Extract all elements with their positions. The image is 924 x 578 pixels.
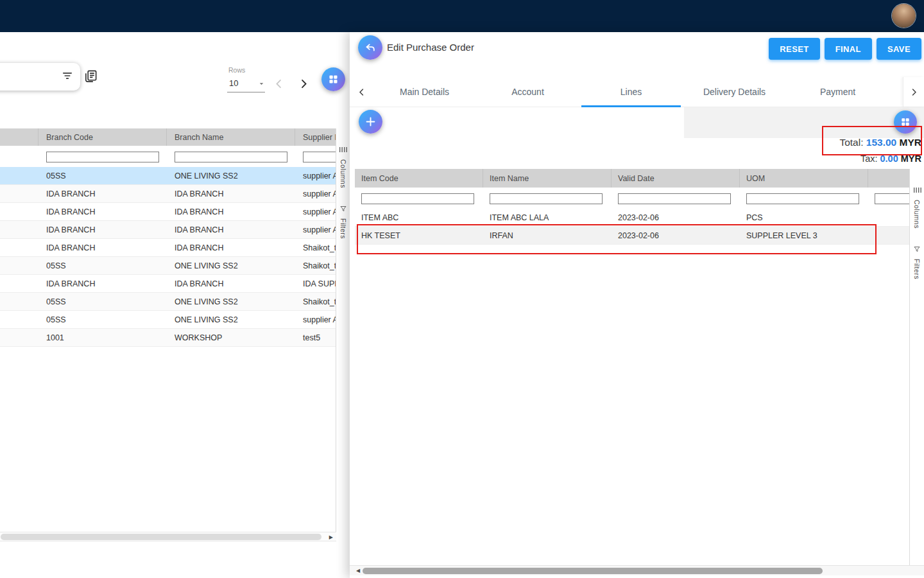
cell-supplier: supplier A [295,207,336,216]
filter-cell [295,150,336,162]
user-avatar[interactable] [892,4,916,28]
branch-table-header: Branch Code Branch Name Supplier I [0,128,336,146]
header-cell-valid-date[interactable]: Valid Date [612,169,740,188]
rows-per-page-select[interactable]: 10 [227,75,265,92]
filter-cell [740,192,868,204]
branch-table-row[interactable]: 05SSONE LIVING SS2supplier A [0,311,336,329]
cell-branch_code: IDA BRANCH [38,279,167,288]
branch-table-row[interactable]: 05SSONE LIVING SS2supplier A [0,167,336,185]
header-cell-extra [868,169,910,188]
header-cell-item-name[interactable]: Item Name [483,169,612,188]
uom-filter-input[interactable] [746,193,859,204]
filter-funnel-icon [339,204,347,215]
tabs-scroll-right-icon[interactable] [903,77,924,107]
add-line-button[interactable] [359,110,382,134]
cell-branch_code: 1001 [38,333,167,342]
cell-branch_code: IDA BRANCH [38,225,167,234]
item-name-filter-input[interactable] [490,193,603,204]
tab-account[interactable]: Account [476,77,579,107]
cell-supplier: test5 [295,333,336,342]
scrollbar-thumb[interactable] [1,534,321,540]
tabs-bar: Main Details Account Lines Delivery Deta… [350,77,924,107]
branch-name-filter-input[interactable] [175,152,287,162]
total-currency: MYR [900,137,921,148]
branch-table-row[interactable]: IDA BRANCHIDA BRANCHIDA SUPP [0,275,336,293]
columns-toggle[interactable]: Columns [339,144,347,188]
filter-cell [868,192,910,204]
previous-page-icon[interactable] [272,77,286,91]
back-button[interactable] [358,35,382,60]
branch-table-row[interactable]: IDA BRANCHIDA BRANCHsupplier A [0,203,336,221]
cell-uom: SUPPLER LEVEL 3 [740,231,868,240]
extra-filter-input[interactable] [875,193,910,204]
cell-supplier: supplier A [295,315,336,324]
scrollbar-thumb[interactable] [363,568,823,574]
header-cell-branch-code[interactable]: Branch Code [38,128,167,146]
branch-table-row[interactable]: 1001WORKSHOPtest5 [0,329,336,347]
item-table-row[interactable]: ITEM ABCITEM ABC LALA2023-02-06PCS [355,209,910,227]
tax-label: Tax: [860,153,878,164]
tab-payment[interactable]: Payment [786,77,889,107]
search-filter-card[interactable] [0,63,80,91]
header-cell-branch-name[interactable]: Branch Name [167,128,295,146]
filter-list-icon[interactable] [61,69,74,82]
branch-code-filter-input[interactable] [46,152,159,162]
cell-branch_code: 05SS [38,315,167,324]
header-cell-uom[interactable]: UOM [740,169,868,188]
items-filter-row [355,188,910,209]
cell-branch_name: IDA BRANCH [167,279,295,288]
tabs: Main Details Account Lines Delivery Deta… [373,77,903,107]
filter-cell [612,192,740,204]
scroll-right-arrow-icon[interactable]: ▶ [329,534,333,540]
tabs-scroll-left-icon[interactable] [350,77,373,107]
top-navbar [0,0,924,32]
columns-icon [913,185,921,197]
cell-supplier: IDA SUPP [295,279,336,288]
branch-table-row[interactable]: IDA BRANCHIDA BRANCHShaikot_te [0,239,336,257]
valid-date-filter-input[interactable] [618,193,731,204]
next-page-icon[interactable] [297,77,311,91]
copy-pages-icon[interactable] [83,69,100,85]
filters-toggle[interactable]: Filters [913,244,921,279]
scroll-left-arrow-icon[interactable]: ◀ [356,568,360,574]
columns-icon [339,144,347,156]
filter-cell [167,150,295,162]
cell-branch_name: WORKSHOP [167,333,295,342]
grid-view-button[interactable] [321,67,345,91]
cell-valid_date: 2023-02-06 [612,213,740,222]
item-code-filter-input[interactable] [361,193,474,204]
drawer-horizontal-scrollbar[interactable]: ◀ [350,565,924,575]
branch-table-row[interactable]: IDA BRANCHIDA BRANCHsupplier A [0,185,336,203]
save-button[interactable]: SAVE [877,38,921,60]
cell-supplier: Shaikot_te [295,297,336,306]
supplier-filter-input[interactable] [303,152,336,162]
cell-branch_name: IDA BRANCH [167,189,295,198]
tab-lines[interactable]: Lines [579,77,683,107]
cell-supplier: supplier A [295,189,336,198]
chevron-down-icon [258,80,265,87]
grid-icon [328,74,339,85]
plus-icon [364,116,377,128]
branch-table-row[interactable]: IDA BRANCHIDA BRANCHsupplier A [0,221,336,239]
header-cell-item-code[interactable]: Item Code [355,169,483,188]
filters-toggle[interactable]: Filters [339,204,347,239]
branch-table-row[interactable]: 05SSONE LIVING SS2Shaikot_te [0,257,336,275]
grid-view-button-drawer[interactable] [894,110,917,134]
reset-button[interactable]: RESET [769,38,819,60]
branch-table-row[interactable]: 05SSONE LIVING SS2Shaikot_te [0,293,336,311]
items-table-header: Item Code Item Name Valid Date UOM [355,169,910,188]
left-horizontal-scrollbar[interactable]: ▶ [0,532,336,541]
rows-per-page-value: 10 [229,78,238,88]
branch-table: Branch Code Branch Name Supplier I 05SSO… [0,128,336,347]
cell-branch_name: ONE LIVING SS2 [167,315,295,324]
tab-main-details[interactable]: Main Details [373,77,476,107]
final-button[interactable]: FINAL [825,38,872,60]
tab-delivery-details[interactable]: Delivery Details [683,77,786,107]
columns-label: Columns [913,200,921,229]
item-table-row[interactable]: HK TESETIRFAN2023-02-06SUPPLER LEVEL 3 [355,227,910,245]
header-cell-supplier[interactable]: Supplier I [295,128,336,146]
purchase-order-list-panel: Rows 10 Branch Code Branch Name Supplier [0,32,350,578]
back-arrow-icon [364,41,377,54]
total-amount: Total: 153.00 MYR [839,137,921,148]
columns-toggle[interactable]: Columns [913,185,921,229]
